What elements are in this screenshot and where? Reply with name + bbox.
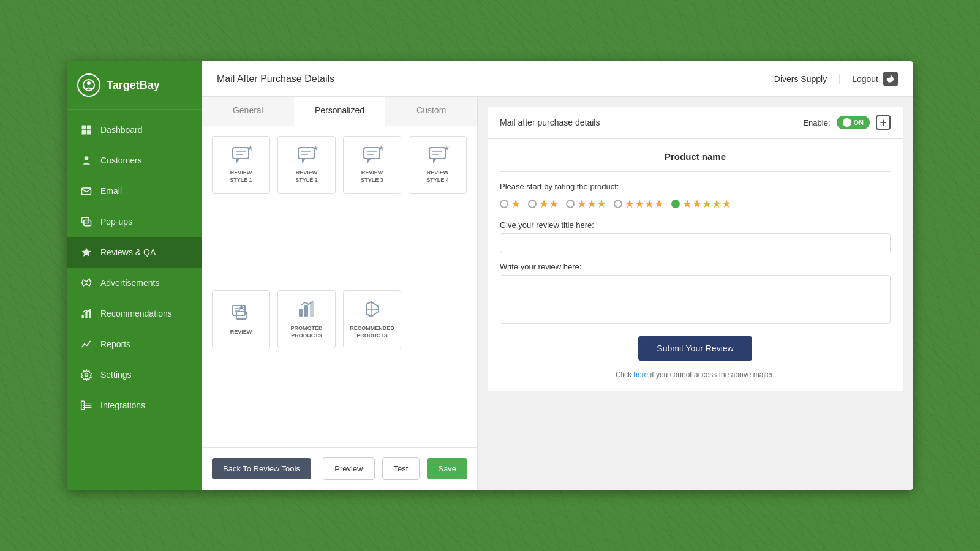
preview-button[interactable]: Preview: [323, 457, 374, 480]
sidebar-item-email[interactable]: Email: [67, 176, 202, 206]
star-option-4[interactable]: ★★★★: [614, 197, 664, 211]
svg-rect-4: [82, 130, 86, 135]
add-button[interactable]: +: [876, 115, 891, 130]
star-option-2[interactable]: ★★: [528, 197, 559, 211]
logo-icon: [77, 73, 100, 97]
sidebar-item-recommendations[interactable]: Recommendations: [67, 298, 202, 329]
access-link[interactable]: here: [633, 370, 648, 379]
sidebar-item-label: Dashboard: [100, 125, 143, 135]
email-icon: [80, 184, 93, 198]
toggle-label: ON: [854, 119, 864, 126]
nav-menu: Dashboard Customers Email: [67, 110, 202, 490]
sidebar-item-label: Integrations: [100, 400, 145, 410]
sidebar-item-settings[interactable]: Settings: [67, 359, 202, 390]
style-card-recommended[interactable]: RECOMMENDEDPRODUCTS: [343, 290, 401, 348]
sidebar-item-integrations[interactable]: Integrations: [67, 390, 202, 421]
review-body-textarea[interactable]: [500, 275, 891, 324]
right-panel: Mail after purchase details Enable: ON +: [478, 97, 913, 490]
svg-rect-5: [87, 130, 91, 135]
customers-icon: [80, 154, 93, 167]
sidebar-item-label: Reviews & QA: [100, 247, 156, 257]
style-card-label-recommended: RECOMMENDEDPRODUCTS: [350, 325, 394, 339]
radio-1: [500, 200, 508, 208]
svg-rect-35: [299, 309, 303, 317]
preview-card: Mail after purchase details Enable: ON +: [488, 107, 903, 391]
svg-rect-37: [310, 302, 314, 317]
star-5: ★★★★★: [682, 197, 731, 211]
review-body-section: Write your review here:: [500, 262, 891, 326]
review-style2-icon: ★: [297, 146, 317, 166]
style-card-3[interactable]: ★ REVIEWSTYLE 3: [343, 136, 401, 194]
sidebar-item-advertisements[interactable]: Advertisements: [67, 268, 202, 298]
tab-general[interactable]: General: [202, 97, 294, 126]
popups-icon: [80, 215, 93, 228]
star-1: ★: [511, 197, 521, 211]
radio-3: [566, 200, 575, 208]
sidebar-item-reviews[interactable]: Reviews & QA: [67, 237, 202, 268]
sidebar-item-customers[interactable]: Customers: [67, 145, 202, 176]
preview-body: Product name Please start by rating the …: [488, 139, 903, 391]
rating-section: Please start by rating the product: ★: [500, 182, 891, 211]
svg-rect-7: [82, 188, 91, 195]
tab-custom[interactable]: Custom: [385, 97, 477, 126]
radio-4: [614, 200, 622, 208]
star-option-1[interactable]: ★: [500, 197, 521, 211]
left-panel: General Personalized Custom: [202, 97, 478, 490]
svg-rect-12: [85, 312, 87, 318]
sidebar-item-dashboard[interactable]: Dashboard: [67, 114, 202, 145]
svg-rect-36: [304, 305, 308, 317]
style-card-label-promoted: PROMOTEDPRODUCTS: [290, 325, 322, 339]
reports-icon: [80, 337, 93, 351]
header-right: Divers Supply Logout: [774, 72, 898, 86]
style-card-label-4: REVIEWSTYLE 4: [426, 170, 449, 184]
style-card-review[interactable]: REVIEW: [212, 290, 270, 348]
rating-label: Please start by rating the product:: [500, 182, 891, 191]
svg-marker-10: [82, 248, 91, 257]
toggle-dot: [843, 118, 851, 127]
sidebar: TargetBay Dashboard Customers: [67, 61, 202, 490]
ads-icon: [80, 276, 93, 290]
submit-review-button[interactable]: Submit Your Review: [638, 336, 752, 361]
sidebar-item-label: Pop-ups: [100, 217, 132, 227]
logout-icon: [883, 72, 898, 86]
test-button[interactable]: Test: [382, 457, 420, 480]
review-title-label: Give your review title here:: [500, 220, 891, 230]
logout-button[interactable]: Logout: [852, 72, 898, 86]
integrations-icon: [80, 399, 93, 412]
back-to-review-tools-button[interactable]: Back To Review Tools: [212, 458, 311, 479]
style-card-label-1: REVIEW STYLE 1: [230, 170, 252, 184]
svg-rect-2: [82, 126, 86, 130]
style-card-1[interactable]: ★ REVIEW STYLE 1: [212, 136, 270, 194]
style-card-2[interactable]: ★ REVIEWSTYLE 2: [277, 136, 336, 194]
star-option-3[interactable]: ★★★: [566, 197, 606, 211]
svg-point-6: [85, 156, 89, 160]
style-card-4[interactable]: ★ REVIEWSTYLE 4: [409, 136, 467, 194]
style-card-promoted[interactable]: PROMOTEDPRODUCTS: [277, 290, 336, 348]
sidebar-item-label: Email: [100, 186, 122, 196]
style-grid: ★ REVIEW STYLE 1: [202, 126, 477, 447]
style-card-label-review: REVIEW: [230, 329, 252, 336]
review-title-input[interactable]: [500, 233, 891, 253]
promoted-icon: [297, 299, 317, 321]
tab-bar: General Personalized Custom: [202, 97, 477, 126]
sidebar-item-label: Reports: [100, 339, 130, 349]
review-body-label: Write your review here:: [500, 262, 891, 271]
enable-label: Enable:: [803, 118, 830, 127]
tab-personalized[interactable]: Personalized: [294, 97, 386, 126]
review-icon: [232, 303, 251, 325]
enable-row: Enable: ON +: [803, 115, 891, 130]
save-button[interactable]: Save: [427, 458, 467, 479]
preview-section-title: Mail after purchase details: [500, 118, 600, 127]
star-rating-row: ★ ★★ ★★★: [500, 197, 891, 211]
sidebar-item-popups[interactable]: Pop-ups: [67, 206, 202, 237]
star-4: ★★★★: [625, 197, 664, 211]
review-style1-icon: ★: [232, 146, 251, 166]
style-card-label-2: REVIEWSTYLE 2: [295, 170, 318, 184]
logo: TargetBay: [67, 61, 202, 110]
sidebar-item-reports[interactable]: Reports: [67, 329, 202, 359]
star-option-5[interactable]: ★★★★★: [671, 197, 731, 211]
sidebar-item-label: Advertisements: [100, 278, 159, 288]
star-3: ★★★: [577, 197, 606, 211]
enable-toggle[interactable]: ON: [837, 116, 870, 129]
main-header: Mail After Purchase Details Divers Suppl…: [202, 61, 913, 97]
